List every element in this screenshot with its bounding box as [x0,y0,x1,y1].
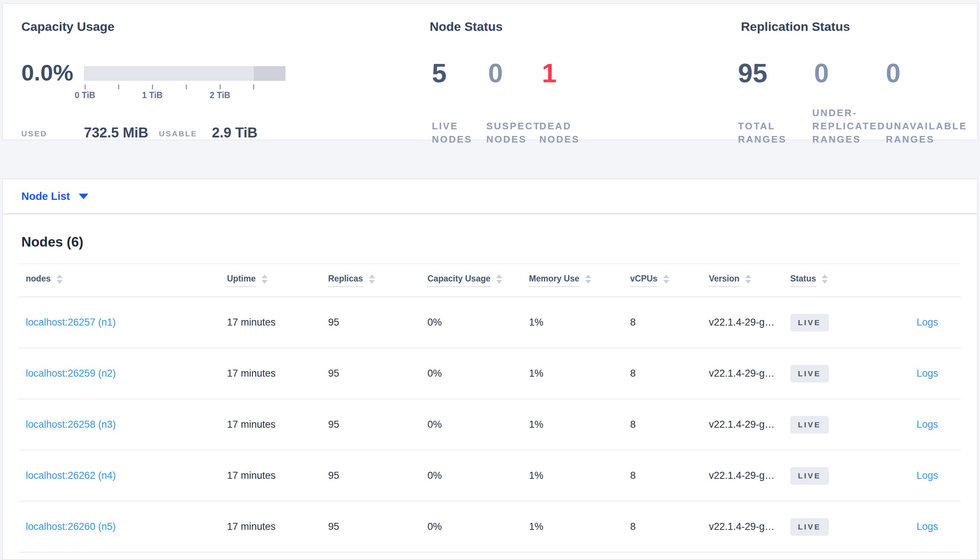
status-badge: LIVE [790,467,829,485]
total-ranges-count: 95 [738,58,768,88]
node-address-link[interactable]: localhost:26259 (n2) [26,368,116,379]
total-ranges-label: TOTAL RANGES [738,119,786,146]
replicas-cell: 95 [328,419,428,430]
capacity-usage-title: Capacity Usage [21,18,114,35]
status-badge: LIVE [790,416,829,433]
logs-link[interactable]: Logs [916,470,938,481]
version-cell: v22.1.4-29-g… [709,368,790,379]
capacity-tick-label: 0 TiB [63,90,107,100]
nodes-table: nodes Uptime Replicas Capacity Usage Mem… [19,263,961,553]
replicas-cell: 95 [328,317,428,328]
memory-cell: 1% [529,521,630,532]
capacity-cell: 0% [428,317,529,328]
capacity-meter-tail [254,66,286,81]
column-header-uptime[interactable]: Uptime [227,274,328,287]
status-badge: LIVE [790,518,829,536]
version-cell: v22.1.4-29-g… [709,317,790,328]
column-header-capacity-usage[interactable]: Capacity Usage [428,274,529,287]
memory-cell: 1% [529,317,630,328]
replicas-cell: 95 [328,521,428,532]
node-address-link[interactable]: localhost:26257 (n1) [26,317,116,328]
status-badge: LIVE [790,365,829,383]
capacity-cell: 0% [428,419,529,430]
column-header-memory-use[interactable]: Memory Use [529,274,630,287]
status-badge: LIVE [790,314,829,332]
memory-cell: 1% [529,470,630,482]
view-selector-bar: Node List [2,178,978,214]
used-label: USED [21,129,47,138]
version-cell: v22.1.4-29-g… [709,419,790,430]
used-value: 732.5 MiB [84,125,148,141]
node-row: localhost:26257 (n1) 17 minutes 95 0% 1%… [19,297,961,348]
under-replicated-ranges-label: UNDER- REPLICATED RANGES [812,106,885,146]
version-cell: v22.1.4-29-g… [709,521,790,532]
sort-icon [496,275,502,284]
live-nodes-count: 5 [432,58,447,88]
uptime-cell: 17 minutes [227,368,328,379]
replication-status-title: Replication Status [741,18,850,35]
capacity-cell: 0% [428,470,529,482]
logs-link[interactable]: Logs [916,521,938,532]
suspect-nodes-label: SUSPECT NODES [486,119,540,146]
node-row: localhost:26260 (n5) 17 minutes 95 0% 1%… [19,502,961,553]
uptime-cell: 17 minutes [227,317,328,328]
capacity-cell: 0% [428,368,529,379]
sort-icon [369,275,375,284]
sort-icon [745,275,751,284]
node-address-link[interactable]: localhost:26262 (n4) [26,470,116,481]
uptime-cell: 17 minutes [227,419,328,430]
column-header-version[interactable]: Version [709,274,790,287]
replicas-cell: 95 [328,470,428,482]
column-header-status[interactable]: Status [790,274,915,287]
capacity-tick-label: 2 TiB [198,90,242,100]
vcpus-cell: 8 [630,419,709,430]
logs-link[interactable]: Logs [916,419,938,430]
node-list-dropdown-label: Node List [21,190,70,202]
column-header-replicas[interactable]: Replicas [328,274,428,287]
capacity-cell: 0% [428,521,529,532]
node-address-link[interactable]: localhost:26260 (n5) [26,521,116,532]
dead-nodes-label: DEAD NODES [539,119,580,146]
capacity-tick [253,85,254,89]
nodes-table-card: Nodes (6) nodes Uptime Replicas Capacity… [2,214,978,560]
sort-icon [663,275,669,284]
sort-icon [585,275,591,284]
usable-label: USABLE [159,129,197,138]
sort-icon [822,275,828,284]
unavailable-ranges-label: UNAVAILABLE RANGES [886,119,967,146]
node-list-dropdown[interactable]: Node List [21,179,88,213]
capacity-used-percent: 0.0% [21,60,73,86]
unavailable-ranges-count: 0 [886,58,901,88]
sort-icon [262,275,268,284]
capacity-used-usable-row: USED 732.5 MiB USABLE 2.9 TiB [21,125,279,142]
column-header-nodes[interactable]: nodes [26,274,227,287]
uptime-cell: 17 minutes [227,521,328,532]
node-row: localhost:26262 (n4) 17 minutes 95 0% 1%… [19,450,961,502]
vcpus-cell: 8 [630,470,709,482]
replicas-cell: 95 [328,368,428,379]
capacity-tick-label: 1 TiB [130,90,174,100]
capacity-tick [152,85,153,89]
live-nodes-label: LIVE NODES [432,119,472,146]
suspect-nodes-count: 0 [488,58,503,88]
capacity-tick [85,85,86,89]
dead-nodes-count: 1 [542,58,557,88]
memory-cell: 1% [529,419,630,430]
column-header-vcpus[interactable]: vCPUs [630,274,709,287]
sort-icon [57,275,62,284]
capacity-tick [220,85,221,89]
logs-link[interactable]: Logs [916,368,938,379]
vcpus-cell: 8 [630,368,709,379]
node-address-link[interactable]: localhost:26258 (n3) [26,419,116,430]
capacity-tick [118,85,119,89]
memory-cell: 1% [529,368,630,379]
cluster-summary-bar: Capacity Usage 0.0% 0 TiB 1 TiB 2 TiB US… [2,3,978,140]
capacity-meter: 0 TiB 1 TiB 2 TiB [84,66,286,94]
chevron-down-icon [79,193,88,199]
node-row: localhost:26259 (n2) 17 minutes 95 0% 1%… [19,348,961,399]
usable-value: 2.9 TiB [212,125,258,141]
vcpus-cell: 8 [630,521,709,532]
uptime-cell: 17 minutes [227,470,328,482]
logs-link[interactable]: Logs [916,317,938,328]
node-row: localhost:26258 (n3) 17 minutes 95 0% 1%… [19,399,961,450]
